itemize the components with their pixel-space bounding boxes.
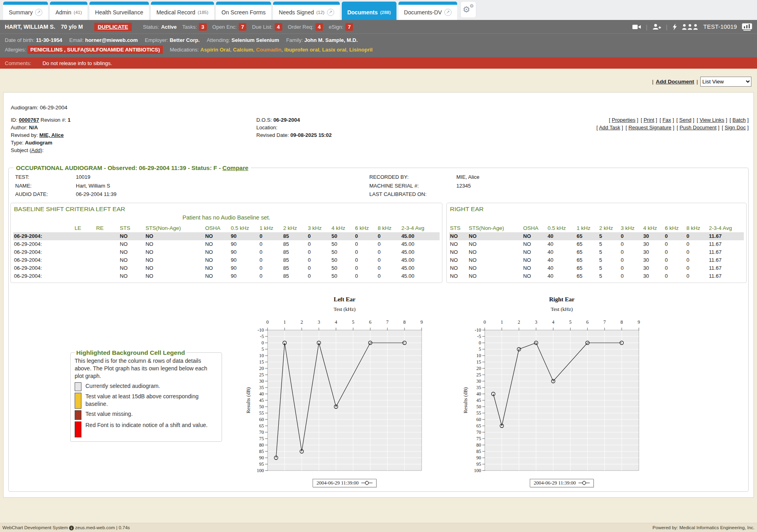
svg-text:3: 3 (535, 319, 537, 325)
svg-text:30: 30 (476, 378, 481, 384)
info-icon[interactable]: i (69, 526, 74, 530)
chart-panel-icon[interactable] (742, 23, 752, 31)
svg-text:20: 20 (476, 366, 481, 371)
view-mode-select[interactable]: List View (700, 77, 751, 87)
tab-admin[interactable]: Admin(41) (50, 2, 87, 20)
external-link-icon[interactable]: ↗ (327, 9, 334, 16)
right-ear-fieldset: RIGHT EAR STSSTS(Non-Age)OSHA0.5 kHz1 kH… (446, 203, 747, 283)
external-link-icon[interactable]: ↗ (35, 9, 42, 16)
svg-text:70: 70 (476, 429, 481, 435)
medication-item[interactable]: Lasix oral (322, 47, 347, 53)
request-signature-link[interactable]: Request Signature (628, 125, 672, 131)
document-meta-left: ID: 0000767 Revision #: 1 Author: N/A Re… (11, 116, 256, 154)
push-document-link[interactable]: Push Document (680, 125, 717, 131)
charts-row: Highlighted Background Cell Legend This … (10, 296, 747, 487)
print-link[interactable]: Print (644, 117, 654, 123)
medication-item[interactable]: ibuprofen oral (284, 47, 319, 53)
send-link[interactable]: Send (679, 117, 691, 123)
svg-text:0: 0 (479, 340, 481, 346)
subject-add-link[interactable]: Add (31, 147, 40, 153)
cell-value: 0 (686, 232, 708, 240)
add-person-icon[interactable] (652, 24, 661, 30)
svg-text:8: 8 (620, 319, 623, 325)
lightning-icon[interactable] (672, 24, 677, 30)
revised-by-link[interactable]: MIE, Alice (40, 132, 64, 138)
svg-text:6: 6 (369, 319, 371, 325)
external-link-icon[interactable]: ↗ (444, 9, 452, 16)
tab-health-surveillance[interactable]: Health Surveillance (89, 2, 149, 20)
tab-on-screen-forms[interactable]: On Screen Forms (216, 2, 271, 20)
fax-link[interactable]: Fax (662, 117, 671, 123)
tab-documents[interactable]: Documents(288) (342, 2, 396, 20)
tab-count: (185) (198, 10, 208, 15)
cell-value: 65 (576, 256, 598, 264)
cell-value: 85 (282, 264, 307, 272)
column-header: 4 kHz (331, 224, 354, 232)
tab-summary[interactable]: Summary↗ (3, 2, 48, 20)
tab-count: (41) (74, 10, 82, 15)
machine-serial-value: 12345 (456, 182, 747, 190)
cell-value: NO (145, 264, 204, 272)
cell-value: 0 (354, 240, 377, 248)
document-id-link[interactable]: 0000767 (19, 117, 39, 123)
badge-count[interactable]: 4 (315, 23, 323, 31)
tab-documents-dv[interactable]: Documents-DV↗ (398, 2, 457, 20)
add-task-link[interactable]: Add Task (599, 125, 620, 131)
settings-gear-button[interactable]: ⚙ ⚙ (460, 1, 476, 18)
cell-value: 0 (354, 264, 377, 272)
audiogram-row[interactable]: NONONO406550300011.67 (449, 240, 744, 248)
svg-text:60: 60 (476, 417, 481, 422)
audiogram-row[interactable]: 06-29-2004:NONONO900850500045.00 (13, 256, 440, 264)
allergies-badge[interactable]: PENICILLINS , SULFA(SULFONAMIDE ANTIBIOT… (28, 45, 163, 54)
duplicate-badge[interactable]: DUPLICATE (94, 23, 132, 31)
tab-needs-signed[interactable]: Needs Signed(12)↗ (273, 2, 339, 20)
tab-count: (12) (316, 10, 324, 15)
badge-count[interactable]: 7 (239, 23, 246, 31)
properties-link[interactable]: Properties (612, 117, 635, 123)
batch-link[interactable]: Batch (733, 117, 746, 123)
video-call-icon[interactable] (632, 24, 641, 30)
column-header: 6 kHz (354, 224, 377, 232)
legend-item-text: Red Font is to indicate notice of a shif… (85, 421, 208, 429)
medication-item[interactable]: Aspirin Oral (200, 47, 230, 53)
series-legend: 2004-06-29 11:39:00 (530, 479, 594, 487)
left-ear-fieldset: BASELINE SHIFT CRITERIA LEFT EAR Patient… (10, 203, 442, 283)
cell-value (74, 240, 95, 248)
audiogram-row[interactable]: NONONO406550300011.67 (449, 256, 744, 264)
medication-item[interactable]: Lisinopril (349, 47, 373, 53)
cell-value: 0 (307, 272, 331, 280)
badge-count[interactable]: 3 (199, 23, 206, 31)
column-header: 0.5 kHz (230, 224, 259, 232)
cell-value: 0 (664, 264, 686, 272)
audiogram-row[interactable]: NONONO406550300011.67 (449, 272, 744, 280)
compare-link[interactable]: Compare (222, 164, 248, 171)
document-toolbar: | Add Document | List View (0, 69, 757, 92)
medication-item[interactable]: Calcium (233, 47, 254, 53)
patient-badge-tasks-: Tasks:3 (182, 23, 206, 31)
audiogram-row[interactable]: NONONO406550300011.67 (449, 248, 744, 256)
column-header: 2-3-4 Avg (400, 224, 440, 232)
people-icon[interactable] (682, 24, 699, 30)
row-date: 06-29-2004: (13, 264, 74, 272)
medication-item[interactable]: Coumadin (256, 47, 281, 53)
cell-value: NO (119, 248, 145, 256)
audiogram-row[interactable]: 06-29-2004:NONONO900850500045.00 (13, 232, 440, 240)
cell-value: 5 (598, 256, 620, 264)
audiogram-row[interactable]: 06-29-2004:NONONO900850500045.00 (13, 240, 440, 248)
audiogram-row[interactable]: NONONO406550300011.67 (449, 232, 744, 240)
cell-value: 90 (230, 240, 259, 248)
audiogram-row[interactable]: 06-29-2004:NONONO900850500045.00 (13, 248, 440, 256)
row-date: 06-29-2004: (13, 272, 74, 280)
audiogram-row[interactable]: NONONO406550300011.67 (449, 264, 744, 272)
badge-count[interactable]: 4 (275, 23, 282, 31)
cell-value: 0 (686, 240, 708, 248)
tab-medical-record[interactable]: Medical Record(185) (151, 2, 214, 20)
badge-count[interactable]: 7 (345, 23, 353, 31)
sign-doc-link[interactable]: Sign Doc (725, 125, 746, 131)
audiogram-row[interactable]: 06-29-2004:NONONO900850500045.00 (13, 272, 440, 280)
audiogram-row[interactable]: 06-29-2004:NONONO900850500045.00 (13, 264, 440, 272)
view-links-link[interactable]: View Links (700, 117, 724, 123)
add-document-link[interactable]: Add Document (656, 79, 694, 85)
footer-bar: WebChart Development Systemizeus.med-web… (0, 523, 757, 532)
cell-value: 0 (354, 272, 377, 280)
